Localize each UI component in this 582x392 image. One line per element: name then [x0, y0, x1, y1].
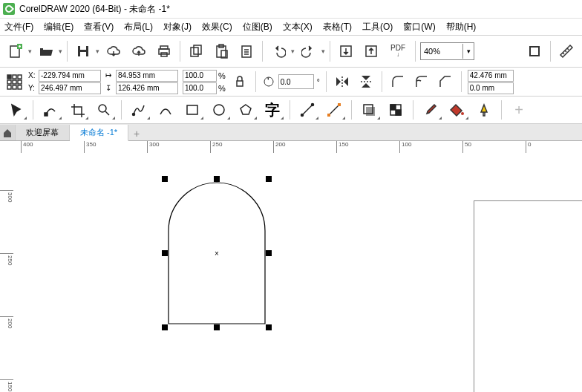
- copy-button[interactable]: [185, 40, 207, 62]
- dropdown-icon[interactable]: ▾: [59, 48, 62, 55]
- selection-handle[interactable]: [214, 176, 220, 182]
- svg-point-34: [301, 114, 304, 117]
- menu-text[interactable]: 文本(X): [283, 21, 313, 33]
- svg-point-43: [461, 112, 464, 115]
- pick-tool[interactable]: [3, 99, 28, 121]
- corner-scallop-button[interactable]: [412, 72, 431, 91]
- selection-handle[interactable]: [162, 250, 168, 256]
- zoom-tool[interactable]: [91, 99, 117, 121]
- percent-label: %: [218, 71, 226, 80]
- corner-round-button[interactable]: [388, 72, 408, 91]
- menu-bitmap[interactable]: 位图(B): [243, 21, 272, 33]
- outline-tool[interactable]: [471, 99, 497, 121]
- ruler-button[interactable]: [555, 40, 578, 62]
- menu-layout[interactable]: 布局(L): [124, 21, 153, 33]
- menu-effects[interactable]: 效果(C): [202, 21, 232, 33]
- svg-rect-21: [7, 80, 11, 84]
- menu-bar[interactable]: 文件(F) 编辑(E) 查看(V) 布局(L) 对象(J) 效果(C) 位图(B…: [0, 19, 582, 35]
- width-input[interactable]: [116, 70, 178, 82]
- welcome-tab[interactable]: 欢迎屏幕: [16, 125, 70, 140]
- menu-file[interactable]: 文件(F): [4, 21, 33, 33]
- svg-rect-24: [7, 85, 11, 89]
- selection-handle[interactable]: [266, 176, 272, 182]
- bezier-tool[interactable]: [153, 99, 178, 121]
- menu-view[interactable]: 查看(V): [84, 21, 114, 33]
- connector-tool[interactable]: [321, 99, 347, 121]
- add-tool[interactable]: +: [506, 99, 532, 121]
- selection-handle[interactable]: [266, 324, 272, 330]
- ruler-vertical[interactable]: 300 250 200 150: [0, 153, 14, 392]
- selection-handle[interactable]: [266, 250, 272, 256]
- outline-width-input[interactable]: [468, 70, 514, 82]
- document-tab[interactable]: 未命名 -1*: [70, 125, 128, 141]
- height-input[interactable]: [116, 82, 178, 94]
- corner-chamfer-button[interactable]: [436, 72, 455, 91]
- paste-button[interactable]: [210, 40, 232, 62]
- pdf-button[interactable]: PDF↓: [385, 40, 411, 62]
- rectangle-tool[interactable]: [180, 99, 205, 121]
- mirror-h-button[interactable]: [333, 72, 352, 91]
- rotation-input[interactable]: [278, 74, 314, 89]
- menu-tools[interactable]: 工具(O): [362, 21, 393, 33]
- dimension-tool[interactable]: [295, 99, 320, 121]
- dropdown-icon[interactable]: ▾: [321, 48, 325, 55]
- import-button[interactable]: [335, 40, 357, 62]
- selected-shape[interactable]: ×: [165, 179, 269, 327]
- scale-y-input[interactable]: [183, 82, 217, 94]
- y-input[interactable]: [39, 82, 101, 94]
- scale-x-input[interactable]: [183, 70, 217, 82]
- home-tab[interactable]: [0, 125, 16, 140]
- crop-tool[interactable]: [65, 99, 90, 121]
- shape-tool[interactable]: [38, 99, 63, 121]
- x-input[interactable]: [39, 70, 101, 82]
- add-tab-button[interactable]: +: [130, 127, 143, 140]
- zoom-combo[interactable]: ▾: [420, 42, 474, 60]
- undo-button[interactable]: [267, 40, 290, 62]
- menu-edit[interactable]: 编辑(E): [44, 21, 73, 33]
- canvas[interactable]: ×: [13, 153, 582, 392]
- clipboard-button[interactable]: [235, 40, 258, 62]
- text-tool[interactable]: 字: [260, 99, 285, 121]
- cloud-open-button[interactable]: [102, 40, 125, 62]
- position-group: X: Y:: [28, 70, 101, 94]
- redo-button[interactable]: [298, 40, 320, 62]
- new-button[interactable]: [4, 40, 27, 62]
- save-button[interactable]: [72, 40, 94, 62]
- selection-handle[interactable]: [162, 176, 168, 182]
- ruler-horizontal[interactable]: 400 350 300 250 200 150 100 50 0: [13, 141, 582, 154]
- lock-ratio-button[interactable]: [230, 72, 249, 91]
- polygon-tool[interactable]: [233, 99, 258, 121]
- eyedropper-tool[interactable]: [418, 99, 443, 121]
- freehand-tool[interactable]: [126, 99, 151, 121]
- open-button[interactable]: [35, 40, 57, 62]
- selection-handle[interactable]: [162, 324, 168, 330]
- fill-tool[interactable]: [445, 99, 470, 121]
- rotate-icon: [262, 75, 275, 88]
- menu-object[interactable]: 对象(J): [163, 21, 192, 33]
- dropdown-icon[interactable]: ▾: [462, 44, 474, 59]
- dropdown-icon[interactable]: ▾: [28, 48, 32, 55]
- outline-offset-input[interactable]: [468, 82, 514, 94]
- scale-group: % %: [183, 70, 226, 94]
- transparency-tool[interactable]: [383, 99, 408, 121]
- mirror-v-button[interactable]: [356, 72, 376, 91]
- cloud-save-button[interactable]: [128, 40, 150, 62]
- menu-window[interactable]: 窗口(W): [403, 21, 435, 33]
- zoom-input[interactable]: [421, 44, 462, 59]
- dropdown-icon[interactable]: ▾: [96, 48, 99, 55]
- ruler-corner[interactable]: [0, 141, 14, 154]
- export-button[interactable]: [360, 40, 382, 62]
- svg-point-35: [312, 104, 314, 106]
- menu-help[interactable]: 帮助(H): [446, 21, 477, 33]
- menu-table[interactable]: 表格(T): [323, 21, 352, 33]
- svg-rect-23: [18, 80, 22, 84]
- ellipse-tool[interactable]: [206, 99, 232, 121]
- print-button[interactable]: [153, 40, 175, 62]
- selection-handle[interactable]: [214, 324, 220, 330]
- object-origin-icon[interactable]: [4, 72, 24, 91]
- height-icon: ↧: [105, 84, 116, 92]
- dropdown-icon[interactable]: ▾: [291, 48, 295, 55]
- ruler-tick: 350: [84, 141, 96, 153]
- fullscreen-button[interactable]: [523, 40, 546, 62]
- dropshadow-tool[interactable]: [356, 99, 382, 121]
